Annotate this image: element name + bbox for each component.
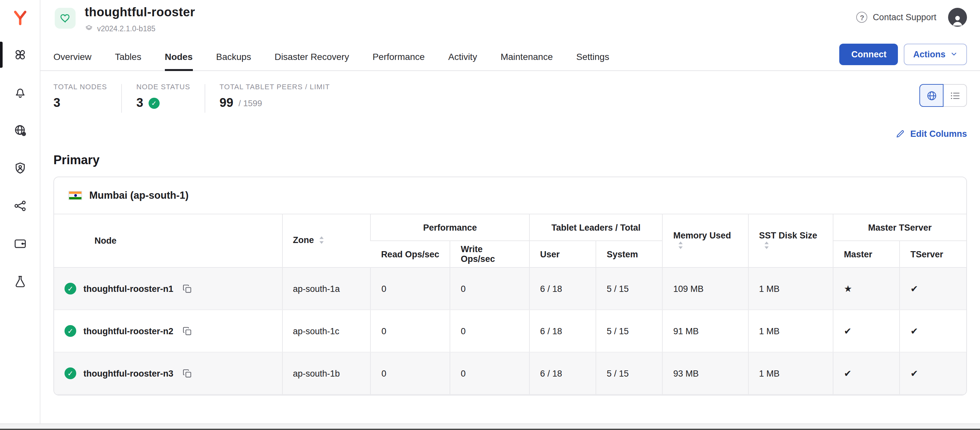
actions-button-label: Actions xyxy=(913,49,945,59)
billing-icon xyxy=(13,237,27,251)
stat-label: TOTAL TABLET PEERS / LIMIT xyxy=(220,83,330,91)
sidebar-item-admin[interactable] xyxy=(0,116,40,145)
pencil-icon xyxy=(895,128,906,139)
node-name: thoughtful-rooster-n3 xyxy=(83,368,173,378)
zone-cell: ap-south-1a xyxy=(282,268,371,310)
column-header-write-ops: Write Ops/sec xyxy=(450,241,530,268)
page-title: thoughtful-rooster xyxy=(85,5,195,19)
stat-value: 3 xyxy=(53,96,107,110)
stat-node-status: NODE STATUS 3 xyxy=(137,83,190,110)
list-view-button[interactable] xyxy=(943,84,967,107)
edit-columns-button[interactable]: Edit Columns xyxy=(895,128,967,139)
tab-performance[interactable]: Performance xyxy=(372,43,425,71)
column-header-read-ops: Read Ops/sec xyxy=(371,241,450,268)
tserver-status-cell: ✔ xyxy=(900,352,967,395)
contact-support-link[interactable]: Contact Support xyxy=(856,12,936,23)
tab-activity[interactable]: Activity xyxy=(448,43,477,71)
user-tablets-cell: 6 / 18 xyxy=(530,352,596,395)
globe-icon xyxy=(926,89,937,101)
tab-overview[interactable]: Overview xyxy=(53,43,92,71)
write-ops-cell: 0 xyxy=(450,310,530,352)
stat-tablet-peers: TOTAL TABLET PEERS / LIMIT 99 / 1599 xyxy=(220,83,330,110)
version-label: v2024.2.1.0-b185 xyxy=(97,24,155,32)
connect-button[interactable]: Connect xyxy=(840,43,898,65)
labs-flask-icon xyxy=(13,274,27,288)
tab-settings[interactable]: Settings xyxy=(576,43,609,71)
tab-backups[interactable]: Backups xyxy=(216,43,251,71)
node-healthy-icon xyxy=(65,283,76,295)
node-name: thoughtful-rooster-n1 xyxy=(83,284,173,293)
sidebar-item-alerts[interactable] xyxy=(0,78,40,107)
sort-icon xyxy=(764,241,770,251)
column-group-master-tserver: Master TServer xyxy=(833,214,966,241)
tserver-status-cell: ✔ xyxy=(900,268,967,310)
table-toolbar: Edit Columns xyxy=(40,128,980,139)
tab-bar: Overview Tables Nodes Backups Disaster R… xyxy=(40,43,980,71)
system-tablets-cell: 5 / 15 xyxy=(596,310,662,352)
user-avatar[interactable] xyxy=(948,8,967,27)
tab-nodes[interactable]: Nodes xyxy=(165,43,193,71)
map-view-button[interactable] xyxy=(920,84,943,107)
system-tablets-cell: 5 / 15 xyxy=(596,268,662,310)
tab-disaster-recovery[interactable]: Disaster Recovery xyxy=(275,43,349,71)
stat-total-nodes: TOTAL NODES 3 xyxy=(53,83,107,110)
actions-button[interactable]: Actions xyxy=(904,43,967,65)
sidebar-item-universes[interactable] xyxy=(0,40,40,69)
user-tablets-cell: 6 / 18 xyxy=(530,268,596,310)
divider xyxy=(121,84,122,113)
tab-maintenance[interactable]: Maintenance xyxy=(500,43,552,71)
node-healthy-icon xyxy=(65,325,76,337)
column-header-sst[interactable]: SST Disk Size xyxy=(748,214,833,268)
tab-tables[interactable]: Tables xyxy=(115,43,142,71)
column-header-node: Node xyxy=(54,214,282,268)
column-header-master: Master xyxy=(833,241,899,268)
sort-icon xyxy=(678,241,684,251)
column-header-system: System xyxy=(596,241,662,268)
universes-icon xyxy=(13,48,27,62)
cluster-header: thoughtful-rooster v2024.2.1.0-b185 Cont… xyxy=(40,0,980,33)
divider xyxy=(205,84,205,113)
read-ops-cell: 0 xyxy=(371,268,450,310)
sidebar-item-topology[interactable] xyxy=(0,191,40,220)
copy-icon[interactable] xyxy=(182,325,193,336)
sst-cell: 1 MB xyxy=(748,310,833,352)
column-group-performance: Performance xyxy=(371,214,530,241)
sidebar-item-billing[interactable] xyxy=(0,229,40,258)
table-row: thoughtful-rooster-n2 ap-south-1c 0 0 6 … xyxy=(54,310,966,352)
copy-icon[interactable] xyxy=(182,283,193,294)
column-group-tablets: Tablet Leaders / Total xyxy=(530,214,663,241)
horizontal-scrollbar[interactable] xyxy=(0,424,980,429)
stat-value: 3 xyxy=(137,96,143,110)
memory-cell: 93 MB xyxy=(663,352,748,395)
admin-globe-icon xyxy=(13,123,27,137)
app-window: thoughtful-rooster v2024.2.1.0-b185 Cont… xyxy=(0,0,980,430)
table-row: thoughtful-rooster-n1 ap-south-1a 0 0 6 … xyxy=(54,268,966,310)
sidebar-item-labs[interactable] xyxy=(0,267,40,296)
yugabyte-logo-icon[interactable] xyxy=(9,6,31,29)
column-header-user: User xyxy=(530,241,596,268)
region-card-header: Mumbai (ap-south-1) xyxy=(54,177,966,214)
user-tablets-cell: 6 / 18 xyxy=(530,310,596,352)
edit-columns-label: Edit Columns xyxy=(910,129,967,139)
stats-row: TOTAL NODES 3 NODE STATUS 3 TOTAL TABLET… xyxy=(40,83,980,113)
column-header-memory[interactable]: Memory Used xyxy=(663,214,748,268)
copy-icon[interactable] xyxy=(182,368,193,379)
healthy-check-icon xyxy=(149,97,160,108)
node-name: thoughtful-rooster-n2 xyxy=(83,326,173,336)
sort-icon xyxy=(319,236,325,246)
stat-limit: / 1599 xyxy=(239,98,262,108)
security-shield-icon xyxy=(13,161,27,175)
india-flag-icon xyxy=(68,191,82,200)
heart-icon xyxy=(59,13,71,24)
layers-icon xyxy=(85,24,93,33)
region-card: Mumbai (ap-south-1) Node Zone xyxy=(53,177,967,395)
write-ops-cell: 0 xyxy=(450,352,530,395)
memory-cell: 109 MB xyxy=(663,268,748,310)
tserver-status-cell: ✔ xyxy=(900,310,967,352)
column-header-zone[interactable]: Zone xyxy=(282,214,371,268)
view-toggle xyxy=(920,84,967,107)
sidebar-item-security[interactable] xyxy=(0,154,40,182)
zone-cell: ap-south-1b xyxy=(282,352,371,395)
help-icon xyxy=(856,12,868,23)
read-ops-cell: 0 xyxy=(371,352,450,395)
